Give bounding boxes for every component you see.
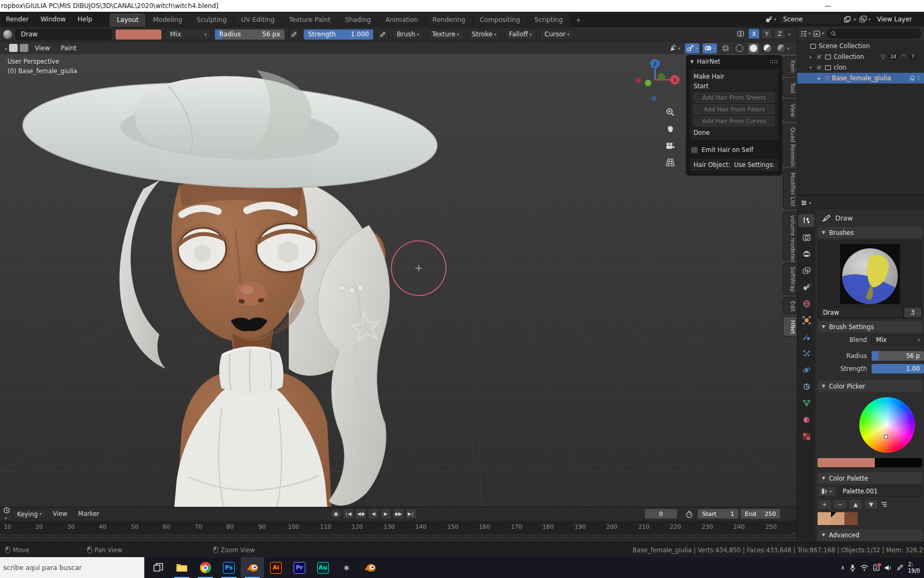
palette-add-button[interactable]: + — [818, 499, 831, 509]
star-app-icon[interactable]: ✶ — [335, 557, 358, 578]
expand-icon[interactable]: ▸ — [817, 76, 822, 81]
tab-view-layer-icon[interactable] — [798, 264, 814, 277]
task-view-icon[interactable] — [147, 557, 170, 578]
camera-view-icon[interactable] — [663, 139, 677, 153]
mirror-z-button[interactable]: Z — [774, 28, 786, 39]
sidebar-tab-volume-modeller[interactable]: volume modeller — [783, 211, 796, 261]
texture-popover[interactable]: Texture — [427, 29, 464, 40]
tab-particles-icon[interactable] — [798, 347, 814, 360]
sidebar-tab-modifier-list[interactable]: Modifier List — [783, 169, 796, 209]
file-explorer-icon[interactable] — [170, 557, 194, 578]
tab-layout[interactable]: Layout — [110, 13, 146, 27]
zoom-view-icon[interactable] — [663, 105, 677, 119]
color-bar[interactable] — [818, 458, 922, 467]
tab-sculpting[interactable]: Sculpting — [190, 13, 234, 27]
mirror-x-button[interactable]: X — [748, 28, 760, 39]
prev-keyframe-button[interactable]: ◀◆ — [355, 508, 367, 519]
strength-pressure-icon[interactable] — [377, 29, 389, 40]
properties-editor-icon[interactable] — [800, 200, 811, 206]
outliner-row-collection[interactable]: ▸ ✓ Collection ▽ 24 ◠ 7 — [797, 51, 924, 62]
brushes-section-header[interactable]: ▼Brushes — [818, 227, 922, 238]
panel-drag-handle[interactable] — [769, 59, 778, 64]
taskbar-clock[interactable]: 2: 19/0 — [908, 561, 924, 574]
sidebar-tab-item[interactable]: Item — [783, 56, 796, 77]
color-picker-section-header[interactable]: ▼Color Picker — [818, 381, 922, 392]
record-button[interactable]: ● — [330, 508, 342, 519]
frame-start-field[interactable]: Start1 — [697, 508, 739, 519]
palette-swatch-2[interactable] — [831, 512, 844, 525]
add-hair-fibers-button[interactable]: Add Hair From Fibers — [694, 104, 775, 115]
tab-animation[interactable]: Animation — [379, 13, 426, 27]
vertex-mask-icon[interactable] — [20, 44, 28, 52]
jump-to-start-button[interactable]: ∣◀ — [343, 508, 354, 519]
brush-thumbnail-icon[interactable] — [3, 30, 12, 39]
editor-type-dropdown[interactable] — [3, 44, 7, 52]
symmetry-more-dropdown[interactable] — [787, 31, 790, 37]
illustrator-icon[interactable]: Ai — [264, 557, 288, 578]
palette-browse-icon[interactable] — [818, 486, 836, 497]
menu-help[interactable]: Help — [72, 12, 98, 27]
speaker-icon[interactable] — [884, 565, 892, 571]
xray-toggle-icon[interactable] — [703, 43, 717, 54]
sidebar-tab-edit[interactable]: Edit — [783, 297, 796, 314]
palette-swatch-1[interactable] — [818, 512, 831, 525]
outliner-search-input[interactable] — [827, 29, 921, 39]
add-hair-sheets-button[interactable]: Add Hair From Sheets — [694, 93, 775, 103]
palette-move-up-button[interactable]: ▲ — [849, 499, 863, 509]
color-wheel[interactable] — [859, 397, 915, 453]
shading-solid-icon[interactable] — [748, 43, 759, 54]
strength-slider[interactable]: Strength1.000 — [303, 29, 374, 40]
play-reverse-button[interactable]: ◀ — [368, 508, 379, 519]
active-tool-field[interactable]: Draw — [16, 29, 112, 40]
collection-checkbox[interactable]: ✓ — [816, 54, 822, 60]
blend-mode-dropdown[interactable]: Mix — [165, 29, 211, 40]
shading-material-icon[interactable] — [762, 43, 773, 54]
viewport-view-menu[interactable]: View — [30, 42, 54, 55]
tab-compositing[interactable]: Compositing — [473, 13, 527, 27]
tab-physics-icon[interactable] — [798, 363, 814, 376]
sidebar-tab-quad-remesh[interactable]: Quad Remesh — [783, 124, 796, 166]
audition-icon[interactable]: Au — [311, 557, 335, 578]
primary-color-swatch[interactable] — [818, 458, 875, 467]
palette-move-down-button[interactable]: ▼ — [864, 499, 878, 509]
radius-pressure-icon[interactable] — [288, 29, 300, 40]
secondary-color-swatch[interactable] — [875, 458, 922, 467]
radius-slider[interactable]: Radius56 px — [214, 29, 285, 40]
tab-render-icon[interactable] — [798, 231, 814, 244]
menu-window[interactable]: Window — [35, 12, 72, 27]
tab-uv-editing[interactable]: UV Editing — [234, 13, 282, 27]
frame-end-field[interactable]: End250 — [740, 508, 781, 519]
scene-data-icon[interactable] — [765, 16, 776, 23]
next-keyframe-button[interactable]: ◆▶ — [392, 508, 404, 519]
view-layer-field[interactable]: View Layer — [873, 14, 922, 25]
blender-pinned-icon[interactable] — [358, 557, 382, 578]
brush-color-swatch[interactable] — [115, 29, 162, 40]
microphone-icon[interactable] — [850, 564, 856, 572]
outliner-row-base-female-giulia[interactable]: ▸ ▽ Base_female_giulia ▽ — [797, 73, 924, 83]
tab-tool-icon[interactable] — [798, 214, 814, 227]
current-frame-field[interactable]: 0 — [644, 508, 677, 519]
pen-icon[interactable] — [897, 564, 903, 571]
palette-name-field[interactable]: Palette.001 — [838, 486, 922, 497]
blender-active-icon[interactable] — [241, 557, 264, 578]
sidebar-tab-softwrap[interactable]: SoftWrap — [783, 263, 796, 295]
tab-rendering[interactable]: Rendering — [426, 13, 473, 27]
outliner-row-scene-collection[interactable]: Scene Collection — [797, 41, 924, 51]
blend-dropdown[interactable]: Mix — [871, 334, 924, 345]
viewport-3d[interactable]: Z X User Perspective (0) Base_female_giu… — [0, 54, 797, 507]
new-scene-icon[interactable] — [844, 16, 851, 23]
stroke-popover[interactable]: Stroke — [467, 29, 501, 40]
sidebar-tab-tool[interactable]: Tool — [783, 78, 796, 97]
radius-prop-slider[interactable]: 56 p — [871, 351, 924, 361]
palette-sort-icon[interactable] — [880, 501, 887, 507]
unlink-scene-icon[interactable]: ✕ — [853, 17, 857, 22]
advanced-section-header[interactable]: ▼Advanced — [818, 529, 922, 541]
tab-object-data-icon[interactable] — [798, 397, 814, 409]
timeline-view-menu[interactable]: View — [49, 507, 72, 521]
shading-rendered-icon[interactable] — [776, 43, 790, 54]
clon-checkbox[interactable]: ✓ — [816, 64, 822, 71]
jump-to-end-button[interactable]: ▶∣ — [405, 508, 417, 519]
tab-material-icon[interactable] — [798, 413, 814, 426]
tab-object-icon[interactable] — [798, 314, 814, 326]
brush-popover[interactable]: Brush — [392, 29, 424, 40]
